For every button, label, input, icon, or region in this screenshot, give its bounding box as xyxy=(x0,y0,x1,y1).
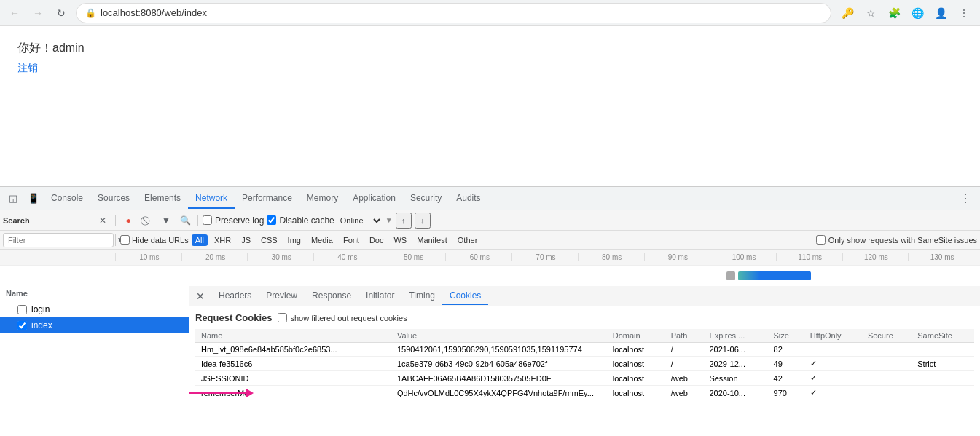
table-cell: 1ca5e379-d6b3-49c0-92b4-605a486e702f xyxy=(391,357,607,371)
cookies-filter-label[interactable]: show filtered out request cookies xyxy=(278,313,407,322)
table-row[interactable]: JSESSIONID1ABCAFF06A65B4A86D1580357505ED… xyxy=(195,371,974,386)
col-domain: Domain xyxy=(607,329,665,343)
tick-50ms: 50 ms xyxy=(380,253,446,261)
tab-sources[interactable]: Sources xyxy=(90,189,137,209)
table-cell: / xyxy=(665,343,704,357)
clear-search-icon[interactable]: ✕ xyxy=(95,213,111,229)
tab-audits[interactable]: Audits xyxy=(449,189,487,209)
table-cell: localhost xyxy=(607,343,665,357)
file-item-index[interactable]: index xyxy=(0,317,189,333)
stop-recording-icon[interactable]: ⃠ xyxy=(139,213,155,229)
cookies-title: Request Cookies xyxy=(195,312,272,323)
devtools-inspect-icon[interactable]: ◱ xyxy=(3,189,23,209)
table-row[interactable]: rememberMeQdHc/vvOLMdL0C95X4ykX4QPFG4Vnh… xyxy=(195,386,974,400)
tab-console[interactable]: Console xyxy=(44,189,90,209)
filter-type-js[interactable]: JS xyxy=(238,234,254,246)
table-cell: JSESSIONID xyxy=(195,371,391,386)
samesite-checkbox[interactable] xyxy=(816,235,826,245)
tab-memory[interactable]: Memory xyxy=(299,189,345,209)
samesite-text: Only show requests with SameSite issues xyxy=(828,236,977,245)
detail-tab-preview[interactable]: Preview xyxy=(259,288,305,305)
filter-divider xyxy=(115,234,116,246)
detail-tab-cookies[interactable]: Cookies xyxy=(442,288,488,305)
filter-type-xhr[interactable]: XHR xyxy=(211,234,235,246)
file-checkbox-index[interactable] xyxy=(17,321,27,330)
table-cell: / xyxy=(665,357,704,371)
record-button[interactable]: ● xyxy=(120,213,136,229)
devtools-more-icon[interactable]: ⋮ xyxy=(954,191,977,205)
translate-icon[interactable]: 🌐 xyxy=(907,3,928,23)
disable-cache-checkbox-label[interactable]: Disable cache xyxy=(267,215,334,226)
filter-type-img[interactable]: Img xyxy=(284,234,305,246)
bookmark-icon[interactable]: ☆ xyxy=(861,3,881,23)
devtools-device-icon[interactable]: 📱 xyxy=(23,189,44,209)
throttle-select[interactable]: Online Offline Slow 3G Fast 3G xyxy=(337,215,383,226)
preserve-log-checkbox-label[interactable]: Preserve log xyxy=(203,215,264,226)
tick-130ms: 130 ms xyxy=(908,253,974,261)
detail-tab-response[interactable]: Response xyxy=(305,288,358,305)
toolbar-divider-1 xyxy=(115,215,116,226)
tab-performance[interactable]: Performance xyxy=(235,189,299,209)
hide-data-urls-label[interactable]: Hide data URLs xyxy=(120,235,189,245)
tab-network[interactable]: Network xyxy=(188,189,235,209)
detail-close-icon[interactable]: ✕ xyxy=(192,288,208,304)
table-cell: localhost xyxy=(607,386,665,400)
logout-link[interactable]: 注销 xyxy=(17,62,38,74)
download-icon[interactable]: ↓ xyxy=(415,213,431,229)
file-list-header: Name xyxy=(0,286,189,301)
preserve-log-checkbox[interactable] xyxy=(203,215,212,225)
search-icon[interactable]: 🔍 xyxy=(177,213,193,229)
filter-type-font[interactable]: Font xyxy=(340,234,363,246)
hide-data-urls-checkbox[interactable] xyxy=(120,235,130,245)
file-name-index: index xyxy=(31,320,52,330)
extensions-icon[interactable]: 🧩 xyxy=(884,3,904,23)
tab-security[interactable]: Security xyxy=(403,189,449,209)
filter-type-media[interactable]: Media xyxy=(307,234,337,246)
key-icon[interactable]: 🔑 xyxy=(837,3,858,23)
throttle-chevron: ▼ xyxy=(385,216,393,224)
filter-type-other[interactable]: Other xyxy=(454,234,482,246)
filter-type-manifest[interactable]: Manifest xyxy=(413,234,451,246)
file-checkbox-login[interactable] xyxy=(17,305,27,314)
filter-type-ws[interactable]: WS xyxy=(390,234,410,246)
samesite-filter-label[interactable]: Only show requests with SameSite issues xyxy=(816,235,977,245)
filter-input[interactable] xyxy=(3,233,114,247)
file-item-login[interactable]: login xyxy=(0,301,189,317)
detail-tab-initiator[interactable]: Initiator xyxy=(358,288,401,305)
filter-icon[interactable]: ▼ xyxy=(158,213,174,229)
disable-cache-checkbox[interactable] xyxy=(267,215,276,225)
detail-tab-timing[interactable]: Timing xyxy=(401,288,442,305)
table-row[interactable]: Idea-fe3516c61ca5e379-d6b3-49c0-92b4-605… xyxy=(195,357,974,371)
filter-type-all[interactable]: All xyxy=(192,234,208,246)
refresh-button[interactable]: ↻ xyxy=(52,4,70,22)
table-row[interactable]: Hm_lvt_098e6e84ab585bf0c2e6853...1590412… xyxy=(195,343,974,357)
profile-icon[interactable]: 👤 xyxy=(930,3,951,23)
back-button[interactable]: ← xyxy=(6,4,23,22)
menu-icon[interactable]: ⋮ xyxy=(954,3,974,23)
tick-100ms: 100 ms xyxy=(710,253,776,261)
table-cell xyxy=(862,343,912,357)
col-httponly: HttpOnly xyxy=(804,329,862,343)
table-cell xyxy=(912,343,974,357)
address-bar[interactable]: 🔒 localhost:8080/web/index xyxy=(76,3,831,23)
table-cell: QdHc/vvOLMdL0C95X4ykX4QPFG4Vnhota9F/mmEy… xyxy=(391,386,607,400)
table-cell: 82 xyxy=(768,343,804,357)
pink-arrow xyxy=(189,389,254,397)
tick-80ms: 80 ms xyxy=(578,253,644,261)
table-cell: Strict xyxy=(912,357,974,371)
network-toolbar: Search ✕ ● ⃠ ▼ 🔍 Preserve log Disable ca… xyxy=(0,210,980,231)
tab-elements[interactable]: Elements xyxy=(137,189,188,209)
show-filtered-checkbox[interactable] xyxy=(278,313,287,322)
table-cell: 49 xyxy=(768,357,804,371)
table-cell: ✓ xyxy=(804,357,862,371)
col-samesite: SameSite xyxy=(912,329,974,343)
filter-type-doc[interactable]: Doc xyxy=(366,234,388,246)
table-cell: 970 xyxy=(768,386,804,400)
tab-application[interactable]: Application xyxy=(345,189,403,209)
tick-30ms: 30 ms xyxy=(247,253,313,261)
upload-icon[interactable]: ↑ xyxy=(396,213,412,229)
forward-button[interactable]: → xyxy=(29,4,47,22)
filter-type-css[interactable]: CSS xyxy=(257,234,281,246)
detail-tab-bar: ✕ Headers Preview Response Initiator Tim… xyxy=(189,286,980,306)
detail-tab-headers[interactable]: Headers xyxy=(211,288,259,305)
